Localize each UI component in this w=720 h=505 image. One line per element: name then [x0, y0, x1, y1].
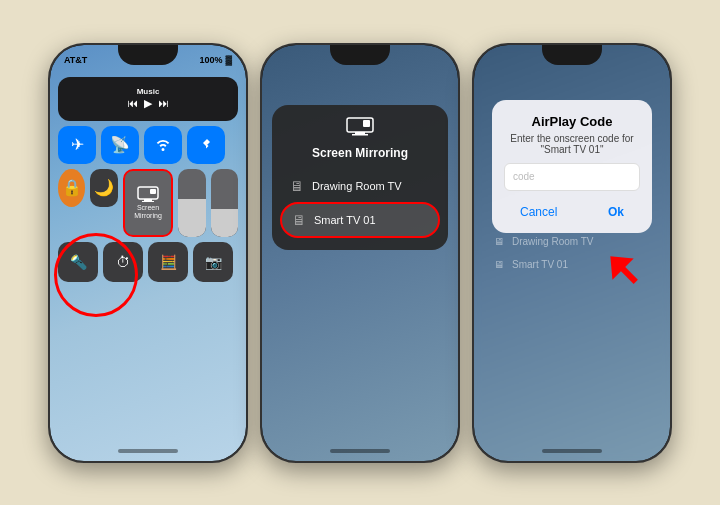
- ok-button[interactable]: Ok: [592, 201, 640, 223]
- lock-rotation-button[interactable]: 🔒: [58, 169, 85, 207]
- battery-icon: ▓: [225, 55, 232, 65]
- battery-info: 100% ▓: [199, 55, 232, 65]
- svg-rect-1: [144, 199, 152, 201]
- input-placeholder: code: [513, 171, 535, 182]
- modal-title: Screen Mirroring: [280, 146, 440, 160]
- dialog-button-row: Cancel Ok: [504, 201, 640, 223]
- prev-icon[interactable]: ⏮: [127, 97, 138, 110]
- play-icon[interactable]: ▶: [144, 97, 152, 110]
- tv-icon-1: 🖥: [290, 178, 304, 194]
- bg-drawing-room-label: Drawing Room TV: [512, 236, 594, 247]
- music-controls: ⏮ ▶ ⏭: [127, 97, 169, 110]
- smart-tv-item[interactable]: 🖥 Smart TV 01: [280, 202, 440, 238]
- airplay-code-dialog: AirPlay Code Enter the onscreen code for…: [492, 100, 652, 233]
- carrier: AT&T: [64, 55, 87, 65]
- home-indicator-3: [542, 449, 602, 453]
- battery-percent: 100%: [199, 55, 222, 65]
- bluetooth-button[interactable]: [187, 126, 225, 164]
- camera-button[interactable]: 📷: [193, 242, 233, 282]
- red-arrow: [601, 247, 656, 302]
- bg-tv-icon-1: 🖥: [494, 236, 504, 247]
- notch: [118, 45, 178, 65]
- notch-3: [542, 45, 602, 65]
- do-not-disturb-button[interactable]: 🌙: [90, 169, 117, 207]
- home-indicator-2: [330, 449, 390, 453]
- bg-tv-icon-2: 🖥: [494, 259, 504, 270]
- notch-2: [330, 45, 390, 65]
- phone-2: Screen Mirroring 🖥 Drawing Room TV 🖥 Sma…: [260, 43, 460, 463]
- screen-mirroring-label: Screen Mirroring: [125, 204, 171, 219]
- music-control[interactable]: Music ⏮ ▶ ⏭: [58, 77, 238, 121]
- drawing-room-tv-label: Drawing Room TV: [312, 180, 402, 192]
- svg-rect-2: [142, 201, 154, 202]
- svg-rect-6: [352, 134, 368, 136]
- mirroring-icon: [280, 117, 440, 142]
- airplane-mode-button[interactable]: ✈: [58, 126, 96, 164]
- brightness-slider[interactable]: [178, 169, 205, 237]
- drawing-room-tv-item[interactable]: 🖥 Drawing Room TV: [280, 170, 440, 202]
- main-container: AT&T 100% ▓ Music ⏮ ▶ ⏭: [30, 33, 690, 473]
- svg-rect-3: [150, 189, 156, 194]
- wifi-button[interactable]: [144, 126, 182, 164]
- dialog-title: AirPlay Code: [504, 114, 640, 129]
- home-indicator: [118, 449, 178, 453]
- smart-tv-label: Smart TV 01: [314, 214, 376, 226]
- cancel-button[interactable]: Cancel: [504, 201, 573, 223]
- airplay-code-input[interactable]: code: [504, 163, 640, 191]
- calculator-button[interactable]: 🧮: [148, 242, 188, 282]
- timer-button[interactable]: ⏱: [103, 242, 143, 282]
- arrow-container: [601, 247, 656, 306]
- music-label: Music: [137, 87, 160, 96]
- tv-icon-2: 🖥: [292, 212, 306, 228]
- bg-smart-tv-label: Smart TV 01: [512, 259, 568, 270]
- flashlight-button[interactable]: 🔦: [58, 242, 98, 282]
- next-icon[interactable]: ⏭: [158, 97, 169, 110]
- dialog-subtitle: Enter the onscreen code for "Smart TV 01…: [504, 133, 640, 155]
- volume-slider[interactable]: [211, 169, 238, 237]
- screen-mirroring-button[interactable]: Screen Mirroring: [123, 169, 173, 237]
- svg-rect-7: [363, 120, 370, 127]
- screen-mirroring-modal: Screen Mirroring 🖥 Drawing Room TV 🖥 Sma…: [272, 105, 448, 250]
- cellular-button[interactable]: 📡: [101, 126, 139, 164]
- svg-rect-5: [355, 132, 365, 134]
- phone-1: AT&T 100% ▓ Music ⏮ ▶ ⏭: [48, 43, 248, 463]
- phone-3: AirPlay Code Enter the onscreen code for…: [472, 43, 672, 463]
